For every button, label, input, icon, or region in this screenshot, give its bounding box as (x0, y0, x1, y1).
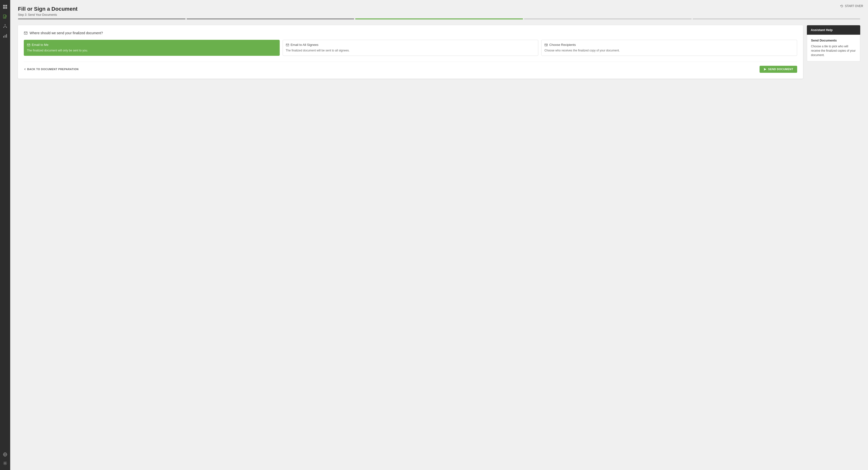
progress-seg-1 (18, 19, 186, 20)
option-1-desc: The finalized document will only be sent… (27, 49, 277, 53)
option-3-desc: Choose who receives the finalized copy o… (545, 49, 794, 53)
send-icon (764, 68, 767, 71)
svg-point-5 (5, 24, 6, 25)
question-text: Where should we send your finalized docu… (30, 31, 103, 35)
svg-line-10 (5, 26, 6, 27)
option-2-title: Email to All Signees (286, 43, 535, 46)
progress-bar (18, 19, 860, 20)
card-question: Where should we send your finalized docu… (24, 31, 797, 35)
main-card: Where should we send your finalized docu… (18, 25, 803, 79)
option-email-to-me[interactable]: Email to Me The finalized document will … (24, 40, 280, 56)
svg-rect-13 (6, 34, 7, 38)
sidebar-item-language[interactable] (1, 450, 9, 458)
envelope-icon (24, 31, 28, 35)
sidebar-item-org-chart[interactable] (1, 22, 9, 30)
svg-point-6 (3, 27, 4, 28)
step-label: Step 3: Send Your Documents (18, 13, 860, 17)
sidebar-item-fill-sign[interactable] (1, 12, 9, 20)
option-3-title: Choose Recipients (545, 43, 794, 46)
sidebar-item-dashboard[interactable] (1, 3, 9, 11)
svg-rect-11 (3, 36, 4, 38)
envelope-all-icon (286, 43, 289, 46)
assistant-panel: Assistant Help Send Documents Choose a t… (807, 25, 860, 61)
option-email-to-all[interactable]: Email to All Signees The finalized docum… (283, 40, 538, 56)
envelope-selected-icon (27, 43, 30, 46)
assistant-text: Choose a tile to pick who will receive t… (811, 44, 856, 57)
back-button[interactable]: BACK TO DOCUMENT PREPARATION (24, 68, 79, 71)
svg-rect-4 (3, 15, 6, 18)
progress-seg-3 (355, 19, 523, 20)
option-1-title: Email to Me (27, 43, 277, 46)
svg-point-17 (4, 463, 6, 464)
sidebar-item-reports[interactable] (1, 32, 9, 40)
svg-point-7 (6, 27, 7, 28)
sidebar (0, 0, 10, 470)
send-document-button[interactable]: SEND DOCUMENT (760, 66, 797, 73)
svg-rect-1 (5, 5, 7, 6)
svg-marker-22 (764, 68, 766, 70)
sidebar-item-settings[interactable] (1, 459, 9, 467)
assistant-section-title: Send Documents (811, 39, 856, 42)
svg-rect-3 (5, 7, 7, 9)
svg-line-9 (4, 26, 5, 27)
page-title: Fill or Sign a Document (18, 6, 860, 12)
start-over-button[interactable]: START OVER (840, 4, 863, 8)
card-footer: BACK TO DOCUMENT PREPARATION SEND DOCUME… (24, 62, 797, 73)
progress-seg-2 (187, 19, 354, 20)
back-chevron-icon (24, 68, 26, 70)
envelope-recipients-icon (545, 43, 548, 46)
options-row: Email to Me The finalized document will … (24, 40, 797, 56)
option-choose-recipients[interactable]: Choose Recipients Choose who receives th… (541, 40, 797, 56)
svg-rect-2 (3, 7, 5, 9)
progress-seg-4 (524, 19, 692, 20)
svg-rect-12 (5, 35, 6, 38)
svg-rect-0 (3, 5, 5, 6)
option-2-desc: The finalized document will be sent to a… (286, 49, 535, 53)
content-wrapper: Where should we send your finalized docu… (18, 25, 860, 79)
assistant-header: Assistant Help (807, 25, 860, 35)
assistant-body: Send Documents Choose a tile to pick who… (807, 35, 860, 61)
main-content: START OVER Fill or Sign a Document Step … (10, 0, 868, 470)
start-over-label: START OVER (845, 4, 863, 8)
progress-seg-5 (692, 19, 860, 20)
